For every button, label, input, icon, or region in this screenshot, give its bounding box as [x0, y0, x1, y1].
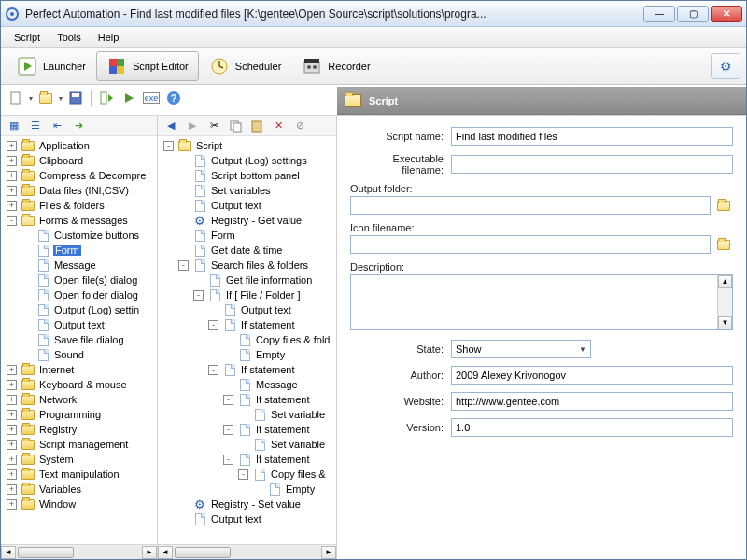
expander-icon[interactable]: +: [7, 410, 17, 420]
close-button[interactable]: ✕: [711, 6, 742, 22]
expander-icon[interactable]: +: [7, 395, 17, 405]
left-hscroll[interactable]: ◄►: [1, 544, 157, 559]
expander-icon[interactable]: +: [7, 365, 17, 375]
minimize-button[interactable]: —: [643, 6, 675, 22]
output-folder-input[interactable]: [350, 196, 711, 215]
expander-icon[interactable]: -: [208, 365, 218, 375]
script-tree[interactable]: -ScriptOutput (Log) settingsScript botto…: [158, 136, 336, 544]
delete-icon[interactable]: ✕: [269, 117, 288, 135]
description-vscroll[interactable]: ▲▼: [717, 275, 732, 329]
tree-item[interactable]: Empty: [160, 347, 334, 362]
tree-item[interactable]: -If statement: [160, 317, 334, 332]
cut-icon[interactable]: ✂: [204, 117, 223, 135]
tree-item[interactable]: +Network: [3, 392, 155, 407]
run-step-icon[interactable]: [97, 89, 116, 107]
expander-icon[interactable]: -: [238, 469, 248, 480]
expander-icon[interactable]: +: [7, 186, 17, 196]
expander-icon[interactable]: +: [7, 499, 17, 510]
tree-item[interactable]: +Programming: [3, 407, 155, 422]
list-icon[interactable]: ☰: [26, 117, 45, 135]
expander-icon[interactable]: +: [7, 201, 17, 211]
tree-item[interactable]: Save file dialog: [3, 332, 155, 347]
tree-item[interactable]: Copy files & fold: [160, 332, 334, 347]
help-icon[interactable]: ?: [164, 89, 183, 107]
collapse-icon[interactable]: ⇤: [48, 117, 66, 135]
tree-item[interactable]: +Variables: [3, 482, 155, 497]
tree-item[interactable]: -If statement: [160, 392, 334, 407]
tree-item[interactable]: Get file information: [160, 273, 334, 287]
tree-item[interactable]: Output text: [160, 511, 334, 526]
tree-item[interactable]: -Script: [160, 138, 334, 153]
tree-item[interactable]: +Internet: [3, 362, 155, 377]
exe-name-input[interactable]: [451, 155, 733, 174]
tree-item[interactable]: Form: [160, 228, 334, 243]
tree-item[interactable]: Output text: [160, 198, 334, 213]
tree-item[interactable]: Output text: [3, 317, 155, 332]
tree-item[interactable]: +Clipboard: [3, 153, 155, 168]
menu-help[interactable]: Help: [91, 30, 127, 45]
tree-item[interactable]: -If statement: [160, 452, 334, 467]
tree-item[interactable]: +Files & folders: [3, 198, 155, 213]
expander-icon[interactable]: -: [178, 260, 189, 271]
maximize-button[interactable]: ▢: [677, 6, 709, 22]
author-input[interactable]: 2009 Alexey Krivonogov: [451, 366, 733, 385]
expander-icon[interactable]: +: [7, 141, 17, 151]
tree-item[interactable]: +Data files (INI,CSV): [3, 183, 155, 198]
tree-item[interactable]: Form: [3, 243, 155, 258]
tree-item[interactable]: -If [ File / Folder ]: [160, 287, 334, 302]
description-input[interactable]: ▲▼: [350, 274, 733, 330]
grid-icon[interactable]: ▦: [5, 117, 23, 135]
tree-item[interactable]: Get date & time: [160, 243, 334, 258]
tree-item[interactable]: +Window: [3, 497, 155, 511]
launcher-tab[interactable]: Launcher: [7, 51, 96, 81]
expander-icon[interactable]: +: [7, 425, 17, 435]
tree-item[interactable]: -Copy files &: [160, 467, 334, 482]
tree-item[interactable]: Set variable: [160, 437, 334, 452]
new-file-icon[interactable]: [7, 89, 25, 107]
tree-item[interactable]: Output text: [160, 302, 334, 317]
expander-icon[interactable]: -: [208, 320, 218, 330]
script-editor-tab[interactable]: Script Editor: [96, 51, 199, 81]
expander-icon[interactable]: +: [7, 171, 17, 181]
expander-icon[interactable]: +: [7, 440, 17, 450]
website-input[interactable]: http://www.gentee.com: [451, 392, 733, 411]
output-folder-browse[interactable]: [714, 197, 733, 214]
settings-button[interactable]: ⚙: [711, 53, 740, 79]
tree-item[interactable]: Script bottom panel: [160, 168, 334, 183]
script-name-input[interactable]: Find last modified files: [451, 127, 733, 146]
tree-item[interactable]: Output (Log) settings: [160, 153, 334, 168]
mid-hscroll[interactable]: ◄►: [158, 544, 336, 559]
commands-tree[interactable]: +Application+Clipboard+Compress & Decomp…: [1, 136, 157, 544]
open-folder-icon[interactable]: [36, 89, 55, 107]
recorder-tab[interactable]: Recorder: [291, 51, 380, 81]
tree-item[interactable]: Message: [3, 258, 155, 273]
expander-icon[interactable]: +: [7, 156, 17, 166]
tree-item[interactable]: Empty: [160, 482, 334, 497]
expander-icon[interactable]: +: [7, 484, 17, 495]
tree-item[interactable]: +Compress & Decompre: [3, 168, 155, 183]
menu-script[interactable]: Script: [7, 30, 48, 45]
expander-icon[interactable]: +: [7, 469, 17, 480]
state-select[interactable]: Show▼: [451, 340, 591, 358]
tree-item[interactable]: Message: [160, 377, 334, 392]
tree-item[interactable]: -Forms & messages: [3, 213, 155, 228]
tree-item[interactable]: +Application: [3, 138, 155, 153]
icon-filename-browse[interactable]: [714, 236, 733, 253]
tree-item[interactable]: +System: [3, 452, 155, 467]
tree-item[interactable]: -If statement: [160, 362, 334, 377]
tree-item[interactable]: Sound: [3, 347, 155, 362]
nav-back-icon[interactable]: ◀: [162, 117, 180, 135]
tree-item[interactable]: ⚙Registry - Get value: [160, 213, 334, 228]
tree-item[interactable]: Open folder dialog: [3, 287, 155, 302]
run-icon[interactable]: [120, 89, 138, 107]
disable-icon[interactable]: ⊘: [290, 117, 309, 135]
menu-tools[interactable]: Tools: [49, 30, 89, 45]
tree-item[interactable]: Open file(s) dialog: [3, 273, 155, 287]
tree-item[interactable]: Output (Log) settin: [3, 302, 155, 317]
tree-item[interactable]: Set variable: [160, 407, 334, 422]
icon-filename-input[interactable]: [350, 235, 711, 254]
expander-icon[interactable]: -: [223, 425, 233, 435]
tree-item[interactable]: Customize buttons: [3, 228, 155, 243]
expander-icon[interactable]: -: [163, 141, 174, 151]
copy-icon[interactable]: [226, 117, 245, 135]
